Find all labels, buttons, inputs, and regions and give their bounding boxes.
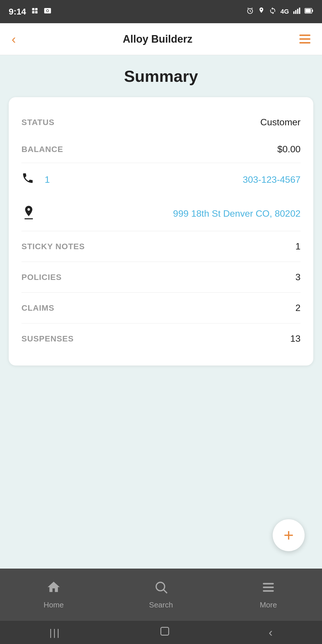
back-button[interactable]: ‹	[12, 32, 16, 46]
menu-line-3	[299, 42, 310, 44]
svg-line-9	[250, 11, 251, 12]
balance-value: $0.00	[277, 144, 301, 155]
status-label: STATUS	[21, 118, 55, 127]
sticky-notes-label: STICKY NOTES	[21, 242, 85, 251]
svg-line-11	[252, 8, 252, 8]
svg-line-10	[247, 8, 248, 8]
address-value[interactable]: 999 18th St Denver CO, 80202	[173, 208, 301, 219]
top-nav: ‹ Alloy Builderz	[0, 23, 322, 55]
home-icon	[46, 580, 61, 598]
svg-line-21	[164, 590, 167, 593]
notification-icon	[31, 7, 39, 17]
status-bar-right: 4G	[246, 7, 313, 17]
suspenses-value: 13	[290, 333, 301, 344]
phone-row[interactable]: 1 303-123-4567	[21, 163, 301, 196]
android-nav-bar: ||| ‹	[0, 621, 322, 644]
svg-rect-0	[32, 8, 35, 10]
sticky-notes-row[interactable]: STICKY NOTES 1	[21, 231, 301, 262]
menu-line-1	[299, 35, 310, 36]
main-content: Summary STATUS Customer BALANCE $0.00 1 …	[0, 55, 322, 569]
status-value: Customer	[260, 117, 301, 128]
more-icon	[261, 580, 276, 598]
claims-value: 2	[295, 303, 301, 313]
android-back-button[interactable]: ‹	[269, 626, 272, 639]
nav-title: Alloy Builderz	[123, 33, 192, 45]
policies-value: 3	[295, 272, 301, 283]
menu-button[interactable]	[299, 35, 310, 44]
phone-number[interactable]: 303-123-4567	[243, 174, 301, 185]
policies-label: POLICIES	[21, 273, 62, 282]
svg-rect-23	[263, 587, 274, 588]
policies-row[interactable]: POLICIES 3	[21, 262, 301, 292]
svg-rect-22	[263, 583, 274, 584]
claims-row[interactable]: CLAIMS 2	[21, 293, 301, 323]
svg-rect-14	[297, 9, 298, 14]
svg-rect-25	[161, 627, 169, 635]
status-time: 9:14	[9, 7, 26, 17]
signal-icon	[293, 7, 301, 17]
search-icon	[154, 580, 168, 598]
page-title: Summary	[9, 67, 313, 86]
svg-rect-2	[32, 11, 35, 13]
fab-button[interactable]: +	[273, 519, 305, 551]
location-icon	[21, 205, 36, 222]
tab-more-label: More	[260, 600, 277, 609]
claims-label: CLAIMS	[21, 303, 54, 313]
suspenses-label: SUSPENSES	[21, 334, 74, 343]
address-row[interactable]: 999 18th St Denver CO, 80202	[21, 196, 301, 231]
svg-rect-15	[299, 8, 300, 14]
svg-rect-13	[295, 10, 296, 14]
sticky-notes-value: 1	[295, 241, 301, 252]
fab-plus-icon: +	[283, 527, 294, 544]
status-row: STATUS Customer	[21, 109, 301, 136]
svg-rect-12	[293, 11, 294, 14]
bottom-tab-bar: Home Search More	[0, 569, 322, 621]
location-icon-status	[258, 7, 265, 17]
sync-icon	[269, 7, 276, 17]
network-4g-icon: 4G	[281, 8, 289, 15]
svg-point-20	[156, 582, 164, 591]
svg-rect-18	[305, 9, 311, 12]
balance-label: BALANCE	[21, 145, 63, 154]
android-recent-button[interactable]: |||	[49, 627, 61, 638]
svg-rect-3	[35, 11, 37, 13]
tab-search[interactable]: Search	[107, 580, 215, 609]
alarm-icon	[246, 7, 254, 17]
tab-more[interactable]: More	[215, 580, 322, 609]
svg-rect-17	[312, 10, 313, 12]
status-bar: 9:14 4G	[0, 0, 322, 23]
tab-home[interactable]: Home	[0, 580, 107, 609]
status-bar-left: 9:14	[9, 7, 52, 17]
tab-search-label: Search	[149, 600, 173, 609]
menu-line-2	[299, 38, 310, 40]
photo-icon	[44, 7, 52, 17]
battery-icon	[305, 7, 313, 17]
summary-card: STATUS Customer BALANCE $0.00 1 303-123-…	[9, 97, 313, 366]
suspenses-row[interactable]: SUSPENSES 13	[21, 323, 301, 354]
svg-point-6	[47, 10, 48, 12]
balance-row: BALANCE $0.00	[21, 136, 301, 163]
svg-rect-1	[35, 8, 37, 10]
android-home-button[interactable]	[160, 626, 170, 639]
phone-icon	[21, 172, 34, 187]
svg-rect-24	[263, 590, 274, 591]
phone-count: 1	[45, 174, 50, 185]
tab-home-label: Home	[44, 600, 64, 609]
